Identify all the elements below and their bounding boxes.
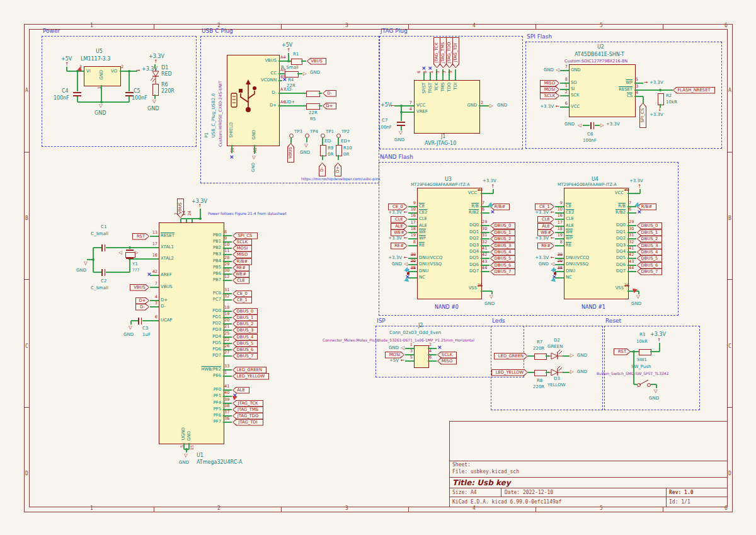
net-tag: DBUS_5 — [490, 255, 515, 262]
ref-designator: R10 — [343, 146, 352, 151]
pin-name: PC6 — [213, 291, 221, 296]
gnd-arrow-icon: ▷ — [490, 103, 493, 108]
text: VSS — [616, 286, 624, 291]
titleblock-size: Size: A4 — [452, 490, 477, 495]
value-label: GREEN — [547, 345, 563, 349]
pin-number: 41 — [224, 384, 229, 389]
wire — [627, 271, 636, 272]
pin-name: PB5 — [213, 265, 221, 270]
gnd-symbol-icon: ▽ — [304, 143, 308, 148]
net-tag: RST — [614, 348, 631, 355]
ref-designator: R6 — [161, 83, 168, 88]
ref-designator: U1 — [197, 453, 203, 458]
pin-name: XTAL1 — [161, 245, 174, 250]
net-tag: RE# — [537, 243, 554, 250]
text: 9 — [449, 71, 453, 73]
power-label: GND — [631, 302, 641, 306]
pin-number: 26 — [224, 344, 229, 348]
wire — [77, 71, 77, 91]
power-label: GND — [544, 68, 554, 72]
wire — [105, 269, 106, 276]
wire — [281, 24, 282, 29]
power-label: GND — [497, 103, 507, 108]
net-label: DBUS_6 — [490, 262, 515, 269]
pin-number: 8 — [560, 240, 563, 244]
net-tag: D+ — [335, 163, 341, 176]
wire — [563, 372, 570, 372]
power-label: +3.3V — [535, 236, 549, 241]
pin-number: 31 — [629, 233, 634, 238]
wire — [130, 247, 150, 248]
net-label: JTAG_TMS — [232, 406, 263, 413]
power-arrow-icon: ← — [404, 236, 408, 241]
net-label: RE# — [391, 243, 408, 250]
wire — [101, 244, 103, 251]
text: 14 — [182, 210, 186, 216]
wire — [223, 299, 232, 300]
pin-number: 21 — [224, 325, 229, 329]
net-tag: D- — [319, 163, 326, 176]
text: 2 — [175, 212, 179, 215]
pin-number: 18 — [411, 227, 416, 231]
pin-name: DQ5 — [469, 256, 479, 260]
pin-number: 31 — [482, 233, 487, 238]
wire — [650, 351, 660, 352]
frame-col-label: 2 — [217, 506, 220, 511]
value-label: Conn_02x03_Odd_Even — [389, 331, 441, 335]
power-label: +3.3V — [629, 179, 643, 183]
net-label: DBUS_2 — [637, 236, 662, 243]
text: 36 — [478, 284, 483, 288]
pin-name: PB7 — [213, 278, 221, 282]
pin-name: WE — [419, 230, 426, 234]
value-label: ATmega32U4RC-A — [197, 460, 243, 465]
frame-row-label: B — [25, 216, 28, 221]
usbc-pins-link[interactable]: https://microchipdeveloper.com/usbc-pins — [301, 177, 381, 181]
net-label: CLE — [537, 216, 554, 223]
pin-name: VBUS — [161, 285, 173, 289]
ref-designator: C2 — [101, 279, 106, 284]
section-title-usb: USB C Plug — [202, 28, 233, 34]
text: 5 — [436, 71, 440, 73]
value-label: YELLOW — [547, 383, 566, 388]
wire — [131, 320, 138, 321]
pin-number: 42 — [152, 270, 158, 274]
pin-number: 4 — [429, 349, 432, 354]
pin-name: UCAP — [161, 318, 172, 323]
pin-name: DNU/VCCQ — [419, 256, 442, 260]
wire — [297, 73, 302, 74]
net-tag: DBUS_0 — [637, 222, 662, 229]
net-label: DBUS_5 — [637, 255, 662, 262]
text: 5 — [180, 445, 185, 447]
power-arrow-icon: ▷ — [600, 123, 604, 128]
section-title-nand: NAND Flash — [380, 154, 413, 160]
net-tag: D+ — [323, 103, 336, 110]
text: UGND — [181, 427, 186, 440]
net-tag: JTAG_TDI — [232, 419, 263, 426]
wire — [24, 152, 29, 152]
pin-name: DQ2 — [616, 236, 626, 241]
testpoint-label: TP2 — [341, 130, 350, 134]
pin-number: 41 — [629, 246, 634, 251]
pin-number: 32 — [482, 240, 487, 244]
power-label: GND — [310, 71, 320, 75]
power-label: GND — [392, 262, 402, 267]
frame-inner-right — [727, 29, 728, 507]
no-connect-icon: × — [637, 209, 642, 215]
power-label: GND — [300, 151, 310, 155]
usb-symbol-icon — [231, 77, 260, 116]
pin-name: ALE — [419, 224, 427, 228]
pin-name: PB4 — [213, 259, 221, 263]
frame-col-label: 6 — [724, 23, 728, 28]
value-label: 1uF — [142, 333, 151, 337]
frame-col-label: 5 — [600, 506, 603, 511]
text: 8 — [423, 71, 428, 73]
text: GND — [187, 431, 192, 441]
ref-designator: R1 — [293, 52, 299, 57]
wire — [125, 92, 134, 93]
pin-number: 43 — [629, 260, 634, 264]
wire — [150, 306, 159, 307]
frame-outer-top — [24, 24, 732, 25]
pin-number: 19 — [411, 233, 416, 238]
wire — [154, 507, 154, 512]
value-label: C_Small — [91, 232, 108, 236]
